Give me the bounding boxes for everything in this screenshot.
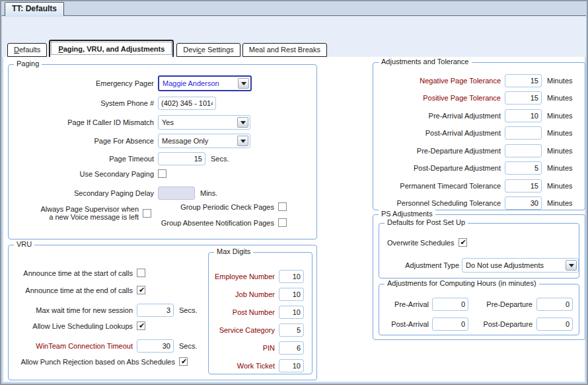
- employee-number-input[interactable]: [279, 270, 304, 283]
- caller-id-mismatch-value: Yes: [159, 118, 237, 126]
- permanent-timecard-tolerance-row: Permanent Timecard Tolerance Minutes: [373, 179, 573, 192]
- post-arrival-adjustment-input[interactable]: [505, 126, 542, 140]
- dropdown-arrow-icon[interactable]: [566, 260, 577, 271]
- always-page-supervisor-row: Always Page Supervisor when a new Voice …: [9, 205, 151, 221]
- pre-departure-adjustment-row: Pre-Departure Adjustment Minutes: [373, 144, 573, 157]
- tab-device-settings[interactable]: Device Settings: [176, 43, 240, 57]
- emergency-pager-select[interactable]: Maggie Anderson: [158, 75, 252, 91]
- tab-paging-vru-adjustments[interactable]: Paging, VRU, and Adjustments: [49, 40, 174, 57]
- punch-rejection-label: Allow Punch Rejection based on Abs Sched…: [9, 358, 175, 366]
- service-category-row: Service Category: [209, 323, 304, 337]
- defaults-post-setup-group: Defaults for Post Set Up Overwrite Sched…: [379, 223, 579, 278]
- announce-start-checkbox[interactable]: [137, 269, 145, 277]
- tt-defaults-window: TT: Defaults Defaults Paging, VRU, and A…: [0, 0, 588, 385]
- positive-page-tolerance-label: Positive Page Tolerance: [373, 94, 501, 102]
- announce-end-checkbox[interactable]: [137, 286, 145, 294]
- page-for-absence-select[interactable]: Message Only: [158, 134, 250, 148]
- job-number-label: Job Number: [209, 290, 275, 298]
- window-tab-tt-defaults[interactable]: TT: Defaults: [5, 2, 64, 16]
- positive-page-tolerance-input[interactable]: [505, 91, 542, 105]
- system-phone-input[interactable]: [158, 97, 216, 110]
- pre-arrival-adjustment-input[interactable]: [505, 109, 542, 122]
- adjustments-tolerance-group-title: Adjustments and Tolerance: [379, 58, 472, 65]
- permanent-timecard-tolerance-input[interactable]: [505, 179, 542, 192]
- negative-page-tolerance-input[interactable]: [505, 74, 542, 87]
- dropdown-arrow-icon[interactable]: [238, 78, 249, 89]
- page-timeout-row: Page Timeout Secs.: [9, 152, 229, 165]
- positive-page-tolerance-row: Positive Page Tolerance Minutes: [373, 91, 573, 105]
- post-departure-adjustment-input[interactable]: [505, 161, 542, 175]
- page-timeout-label: Page Timeout: [9, 155, 154, 163]
- personnel-scheduling-tolerance-row: Personnel Scheduling Tolerance Minutes: [373, 196, 573, 210]
- minutes-unit: Minutes: [547, 129, 573, 137]
- caller-id-mismatch-select[interactable]: Yes: [158, 115, 250, 130]
- announce-end-row: Announce time at the end of calls: [9, 286, 145, 294]
- computing-hours-group-title: Adjustments for Computing Hours (in minu…: [385, 279, 539, 287]
- group-periodic-check-pages-checkbox[interactable]: [278, 202, 287, 211]
- max-wait-row: Max wait time for new session Secs.: [9, 304, 198, 317]
- pin-label: PIN: [209, 344, 275, 352]
- paging-group-title: Paging: [14, 60, 42, 67]
- pin-input[interactable]: [279, 341, 304, 355]
- employee-number-label: Employee Number: [209, 273, 275, 280]
- live-lookups-label: Allow Live Scheduling Lookups: [9, 322, 133, 330]
- dropdown-arrow-icon[interactable]: [237, 117, 248, 128]
- group-periodic-check-pages-label: Group Periodic Check Pages: [161, 203, 274, 211]
- adjustment-type-select[interactable]: Do Not use Adjustments: [462, 258, 579, 273]
- live-lookups-row: Allow Live Scheduling Lookups: [9, 321, 145, 330]
- dropdown-arrow-icon[interactable]: [237, 136, 248, 146]
- ps-adjustments-group-title: PS Adjustments: [379, 210, 435, 218]
- page-for-absence-label: Page For Absence: [9, 137, 154, 145]
- page-timeout-input[interactable]: [158, 152, 205, 165]
- max-wait-unit: Secs.: [179, 306, 198, 314]
- post-number-input[interactable]: [279, 306, 304, 319]
- overwrite-schedules-checkbox[interactable]: [459, 238, 467, 247]
- computing-hours-row-2: Post-Arrival Post-Departure: [385, 318, 573, 331]
- job-number-input[interactable]: [279, 288, 304, 301]
- negative-page-tolerance-row: Negative Page Tolerance Minutes: [373, 74, 573, 87]
- minutes-unit: Minutes: [547, 77, 573, 85]
- winteam-timeout-label: WinTeam Connection Timeout: [9, 342, 133, 350]
- tab-page-content: Paging Emergency Pager Maggie Anderson S…: [3, 57, 585, 382]
- winteam-timeout-input[interactable]: [137, 339, 174, 353]
- job-number-row: Job Number: [209, 288, 304, 301]
- system-phone-label: System Phone #: [9, 99, 154, 107]
- tab-meal-and-rest-breaks[interactable]: Meal and Rest Breaks: [242, 43, 327, 57]
- max-digits-group: Max Digits Employee Number Job Number Po…: [208, 252, 312, 374]
- post-departure-input[interactable]: [536, 318, 573, 331]
- personnel-scheduling-tolerance-input[interactable]: [505, 196, 542, 210]
- work-ticket-label: Work Ticket: [209, 362, 275, 370]
- ps-adjustments-group: PS Adjustments Defaults for Post Set Up …: [373, 214, 585, 340]
- group-periodic-check-pages-row: Group Periodic Check Pages: [161, 202, 287, 211]
- minutes-unit: Minutes: [547, 112, 573, 120]
- use-secondary-paging-checkbox[interactable]: [158, 169, 166, 178]
- live-lookups-checkbox[interactable]: [137, 321, 145, 330]
- group-absentee-notification-pages-label: Group Absentee Notification Pages: [161, 219, 274, 227]
- computing-hours-group: Adjustments for Computing Hours (in minu…: [379, 284, 579, 335]
- post-arrival-input[interactable]: [432, 318, 468, 331]
- pin-row: PIN: [209, 341, 304, 355]
- pre-arrival-label: Pre-Arrival: [385, 300, 429, 308]
- pre-departure-adjustment-label: Pre-Departure Adjustment: [373, 147, 501, 155]
- tab-defaults[interactable]: Defaults: [7, 43, 47, 57]
- window-tab-title: TT: Defaults: [12, 4, 57, 13]
- system-phone-row: System Phone #: [9, 97, 216, 110]
- minutes-unit: Minutes: [547, 94, 573, 102]
- tab-strip: Defaults Paging, VRU, and Adjustments De…: [7, 40, 329, 57]
- group-absentee-notification-pages-checkbox[interactable]: [278, 218, 287, 227]
- pre-departure-input[interactable]: [536, 298, 573, 311]
- service-category-input[interactable]: [279, 323, 304, 337]
- pre-arrival-input[interactable]: [432, 298, 468, 311]
- always-page-supervisor-checkbox[interactable]: [143, 209, 151, 218]
- punch-rejection-checkbox[interactable]: [179, 357, 188, 366]
- work-ticket-input[interactable]: [279, 359, 304, 372]
- negative-page-tolerance-label: Negative Page Tolerance: [373, 77, 501, 85]
- max-wait-input[interactable]: [137, 304, 174, 317]
- adjustments-tolerance-group: Adjustments and Tolerance Negative Page …: [373, 62, 585, 210]
- always-page-supervisor-label: Always Page Supervisor when a new Voice …: [9, 205, 139, 221]
- post-number-row: Post Number: [209, 306, 304, 319]
- adjustment-type-label: Adjustment Type: [385, 261, 459, 269]
- secondary-paging-delay-input: [158, 187, 195, 200]
- computing-hours-row-1: Pre-Arrival Pre-Departure: [385, 298, 573, 311]
- pre-departure-adjustment-input[interactable]: [505, 144, 542, 157]
